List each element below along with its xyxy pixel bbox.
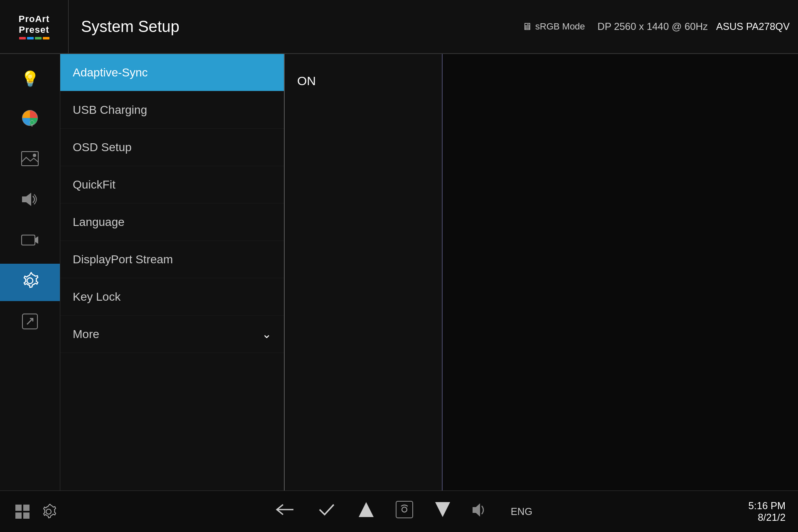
svg-rect-15 — [396, 501, 413, 518]
srgb-badge: 🖥 sRGB Mode — [522, 21, 585, 32]
sidebar-item-sound[interactable] — [0, 182, 60, 220]
refresh-button[interactable] — [395, 500, 414, 522]
svg-rect-12 — [23, 512, 30, 519]
menu-item-language[interactable]: Language — [60, 203, 284, 241]
menu-label-language: Language — [73, 216, 125, 229]
menu-item-more[interactable]: More ⌄ — [60, 316, 284, 353]
header: ProArt Preset System Setup 🖥 sRGB Mode D… — [0, 0, 798, 54]
menu-item-osd-setup[interactable]: OSD Setup — [60, 129, 284, 166]
logo-bottom: Preset — [19, 25, 49, 35]
sidebar-item-brightness[interactable]: 💡 — [0, 60, 60, 98]
sidebar-item-shortcut[interactable] — [0, 304, 60, 342]
svg-point-4 — [33, 154, 36, 157]
monitor-model-name: ASUS PA278QV — [716, 21, 790, 32]
menu-label-displayport-stream: DisplayPort Stream — [73, 253, 173, 266]
taskbar-settings-icon[interactable] — [39, 502, 59, 522]
taskbar-center: ENG — [59, 500, 749, 522]
menu-area: Adaptive-Sync USB Charging OSD Setup Qui… — [60, 54, 285, 490]
menu-label-quickfit: QuickFit — [73, 178, 116, 191]
sidebar-item-image[interactable] — [0, 142, 60, 179]
svg-rect-3 — [22, 152, 38, 166]
adaptive-sync-value: ON — [297, 62, 429, 100]
taskbar-right: 5:16 PM 8/21/2 — [749, 500, 786, 523]
down-button[interactable] — [434, 501, 451, 522]
menu-label-adaptive-sync: Adaptive-Sync — [73, 66, 148, 79]
taskbar-left — [12, 502, 59, 522]
sidebar-item-system[interactable] — [0, 264, 60, 301]
value-area: ON — [285, 54, 443, 490]
back-button[interactable] — [275, 500, 296, 522]
color-icon — [21, 109, 39, 130]
date-display: 8/21/2 — [749, 512, 786, 523]
display-info: DP 2560 x 1440 @ 60Hz — [598, 21, 708, 32]
logo-bar-orange — [43, 37, 49, 39]
time-display: 5:16 PM — [749, 500, 786, 512]
up-button[interactable] — [358, 501, 374, 522]
srgb-label: sRGB Mode — [535, 21, 585, 32]
language-label: ENG — [511, 506, 532, 517]
svg-point-16 — [402, 507, 407, 512]
svg-rect-5 — [22, 196, 26, 202]
page-title: System Setup — [81, 18, 522, 36]
svg-rect-18 — [473, 507, 476, 513]
logo-bar-red — [19, 37, 26, 39]
menu-item-usb-charging[interactable]: USB Charging — [60, 91, 284, 129]
logo-bar-blue — [27, 37, 34, 39]
header-right: 🖥 sRGB Mode DP 2560 x 1440 @ 60Hz ASUS P… — [522, 21, 790, 32]
monitor-icon: 🖥 — [522, 21, 532, 32]
shortcut-icon — [22, 313, 38, 333]
sidebar-item-input[interactable] — [0, 223, 60, 260]
svg-rect-9 — [15, 505, 22, 511]
logo-area: ProArt Preset — [8, 0, 69, 53]
menu-label-more: More — [73, 328, 99, 341]
taskbar-time: 5:16 PM 8/21/2 — [749, 500, 786, 523]
svg-point-7 — [27, 278, 33, 284]
logo-top: ProArt — [19, 14, 49, 25]
svg-rect-6 — [22, 235, 35, 245]
right-panel — [443, 54, 798, 490]
system-icon — [21, 272, 39, 293]
monitor-model: ASUS PA278QV — [716, 21, 790, 32]
logo-bar — [19, 37, 49, 39]
taskbar: ENG 5:16 PM 8/21/2 — [0, 490, 798, 532]
menu-item-displayport-stream[interactable]: DisplayPort Stream — [60, 241, 284, 278]
main-content: 💡 — [0, 54, 798, 490]
svg-rect-10 — [23, 505, 30, 511]
svg-marker-17 — [435, 502, 450, 517]
volume-icon[interactable] — [472, 503, 490, 520]
svg-rect-11 — [15, 512, 22, 519]
image-icon — [21, 151, 39, 170]
brightness-icon: 💡 — [21, 70, 39, 88]
logo-bar-green — [35, 37, 42, 39]
sidebar: 💡 — [0, 54, 60, 490]
sidebar-item-color[interactable] — [0, 101, 60, 138]
menu-label-osd-setup: OSD Setup — [73, 141, 132, 154]
menu-item-adaptive-sync[interactable]: Adaptive-Sync — [60, 54, 284, 91]
svg-marker-14 — [359, 502, 374, 517]
menu-item-quickfit[interactable]: QuickFit — [60, 166, 284, 203]
taskbar-windows-icon[interactable] — [12, 502, 32, 522]
menu-label-usb-charging: USB Charging — [73, 103, 147, 117]
menu-label-key-lock: Key Lock — [73, 290, 121, 304]
sound-icon — [21, 192, 39, 211]
menu-item-key-lock[interactable]: Key Lock — [60, 278, 284, 316]
input-icon — [21, 233, 39, 251]
chevron-down-icon: ⌄ — [262, 327, 271, 341]
svg-point-13 — [46, 509, 51, 514]
confirm-button[interactable] — [316, 500, 337, 522]
